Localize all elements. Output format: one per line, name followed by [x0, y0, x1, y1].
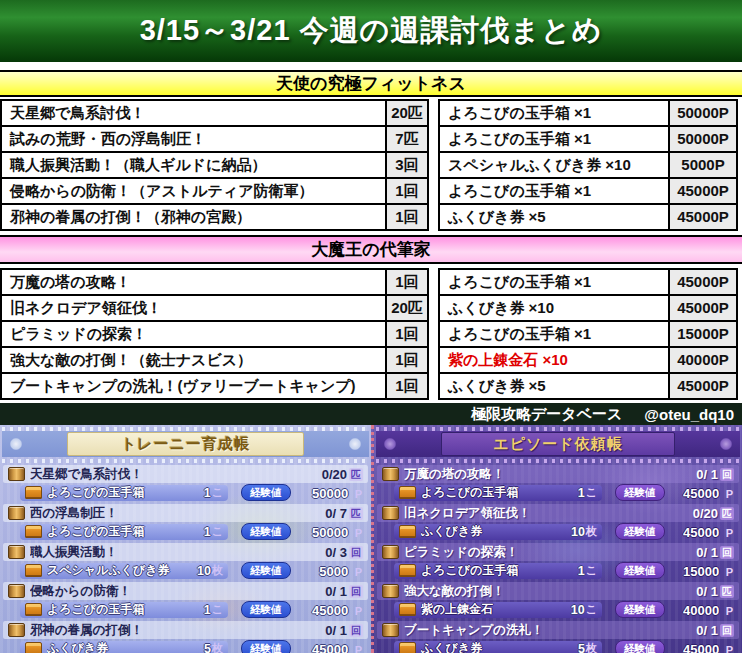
reward-cell: ふくびき券 ×10	[438, 294, 670, 322]
reward-quantity: 1	[578, 486, 585, 500]
panel-episode-book: エピソード依頼帳 万魔の塔の攻略！ 0/ 1 回 よろこびの玉手箱 1 こ 経験…	[371, 425, 742, 653]
reward-item-bar: よろこびの玉手箱 1 こ	[20, 602, 228, 618]
quest-progress: 0/ 1	[696, 545, 718, 560]
reward-points-unit: P	[726, 644, 733, 653]
exp-label-pill: 経験値	[241, 484, 291, 501]
reward-points: 45000 P	[312, 601, 362, 619]
panel-quest-reward-row: よろこびの玉手箱 1 こ 経験値 50000 P	[3, 522, 368, 541]
reward-quantity-unit: こ	[586, 602, 597, 617]
page-title: 3/15～3/21 今週の週課討伐まとめ	[140, 11, 603, 51]
reward-item-bar: ふくびき券 5 枚	[20, 641, 228, 653]
reward-points-number: 50000	[312, 486, 348, 501]
quest-scroll-icon	[382, 623, 399, 637]
panel-quest-name: 天星郷で鳥系討伐！	[30, 466, 322, 483]
reward-points-number: 45000	[683, 525, 719, 540]
reward-points: 45000 P	[683, 523, 733, 541]
table-gap	[429, 268, 438, 296]
section-banner-demon-scribe: 大魔王の代筆家	[0, 235, 742, 264]
reward-points: 50000 P	[312, 484, 362, 502]
quest-table-demon-scribe: 万魔の塔の攻略！ 1回 よろこびの玉手箱 ×1 45000P 旧ネクロデア領征伐…	[0, 268, 742, 400]
reward-cell: 紫の上錬金石 ×10	[438, 346, 670, 374]
quest-progress: 0/20	[322, 467, 347, 482]
reward-item-bar: よろこびの玉手箱 1 こ	[20, 524, 228, 540]
panel-trainee-book: トレーニー育成帳 天星郷で鳥系討伐！ 0/20 匹 よろこびの玉手箱 1 こ 経…	[0, 425, 371, 653]
points-cell: 5000P	[668, 151, 738, 179]
panel-quest-name: 邪神の眷属の打倒！	[30, 622, 325, 639]
panel-quest-entry: 邪神の眷属の打倒！ 0/ 1 回 ふくびき券 5 枚 経験値 45000 P	[3, 621, 368, 653]
quest-table-angel-fitness: 天星郷で鳥系討伐！ 20匹 よろこびの玉手箱 ×1 50000P 試みの荒野・西…	[0, 99, 742, 231]
quest-scroll-icon	[8, 467, 25, 481]
table-gap	[429, 294, 438, 322]
panel-quest-reward-row: ふくびき券 5 枚 経験値 45000 P	[377, 639, 739, 653]
treasure-chest-icon	[25, 603, 42, 616]
reward-item-name: ふくびき券	[47, 640, 204, 653]
table-gap	[429, 203, 438, 231]
reward-quantity-unit: こ	[212, 485, 223, 500]
reward-item-bar: 紫の上錬金石 10 こ	[394, 602, 602, 618]
reward-item-name: スペシャルふくびき券	[47, 562, 197, 579]
treasure-chest-icon	[25, 642, 42, 653]
panel-quest-title-row: 職人振興活動！ 0/ 3 回	[3, 543, 368, 561]
exp-label-pill: 経験値	[615, 562, 665, 579]
game-screenshot-panels: トレーニー育成帳 天星郷で鳥系討伐！ 0/20 匹 よろこびの玉手箱 1 こ 経…	[0, 425, 742, 653]
panel-banner: エピソード依頼帳	[376, 431, 740, 457]
quest-unit-badge: 回	[720, 468, 734, 481]
panel-quest-reward-row: よろこびの玉手箱 1 こ 経験値 15000 P	[377, 561, 739, 580]
reward-item-bar: よろこびの玉手箱 1 こ	[20, 485, 228, 501]
panel-quest-entry: ブートキャンプの洗礼！ 0/ 1 回 ふくびき券 5 枚 経験値 45000 P	[377, 621, 739, 653]
reward-item-name: よろこびの玉手箱	[47, 484, 204, 501]
quest-progress: 0/ 1	[696, 467, 718, 482]
exp-label-pill: 経験値	[241, 523, 291, 540]
reward-quantity: 5	[204, 642, 211, 653]
reward-points-unit: P	[726, 527, 733, 539]
summary-table-row: 職人振興活動！（職人ギルドに納品） 3回 スペシャルふくびき券 ×10 5000…	[0, 151, 742, 179]
quest-progress: 0/ 1	[696, 584, 718, 599]
reward-points-number: 5000	[319, 564, 348, 579]
reward-points-unit: P	[726, 605, 733, 617]
panel-quest-entry: 侵略からの防衛！ 0/ 1 回 よろこびの玉手箱 1 こ 経験値 45000 P	[3, 582, 368, 619]
reward-points-number: 15000	[683, 564, 719, 579]
reward-quantity: 1	[204, 525, 211, 539]
panel-quest-reward-row: よろこびの玉手箱 1 こ 経験値 45000 P	[3, 600, 368, 619]
quest-scroll-icon	[382, 545, 399, 559]
quest-progress: 0/ 7	[325, 506, 347, 521]
attribution-site: 極限攻略データベース	[471, 405, 622, 424]
reward-item-bar: よろこびの玉手箱 1 こ	[394, 485, 602, 501]
panel-quest-reward-row: よろこびの玉手箱 1 こ 経験値 50000 P	[3, 483, 368, 502]
reward-cell: よろこびの玉手箱 ×1	[438, 320, 670, 348]
quest-name-cell: ピラミッドの探索！	[0, 320, 387, 348]
quest-count-cell: 3回	[385, 151, 429, 179]
summary-table-row: 邪神の眷属の打倒！（邪神の宮殿） 1回 ふくびき券 ×5 45000P	[0, 203, 742, 231]
quest-list: 万魔の塔の攻略！ 0/ 1 回 よろこびの玉手箱 1 こ 経験値 45000 P…	[374, 465, 742, 653]
reward-quantity-unit: 枚	[212, 563, 223, 578]
reward-points-number: 50000	[312, 525, 348, 540]
quest-unit-badge: 匹	[349, 468, 363, 481]
quest-count-cell: 1回	[385, 320, 429, 348]
quest-progress: 0/ 1	[325, 584, 347, 599]
points-cell: 50000P	[668, 99, 738, 127]
reward-quantity-unit: 枚	[586, 524, 597, 539]
diamond-ornament-icon	[382, 436, 399, 453]
treasure-chest-icon	[399, 486, 416, 499]
treasure-chest-icon	[399, 642, 416, 653]
banner-trim-bottom	[2, 459, 369, 463]
panel-quest-title-row: ブートキャンプの洗礼！ 0/ 1 回	[377, 621, 739, 639]
summary-table-row: ブートキャンプの洗礼！(ヴァリーブートキャンプ) 1回 ふくびき券 ×5 450…	[0, 372, 742, 400]
reward-item-bar: スペシャルふくびき券 10 枚	[20, 563, 228, 579]
quest-unit-badge: 匹	[720, 507, 734, 520]
reward-item-bar: ふくびき券 10 枚	[394, 524, 602, 540]
table-gap	[429, 125, 438, 153]
reward-points: 45000 P	[312, 640, 362, 653]
exp-label-pill: 経験値	[615, 523, 665, 540]
treasure-chest-icon	[25, 564, 42, 577]
snowflake-ornament-icon	[347, 436, 364, 453]
panel-quest-reward-row: ふくびき券 5 枚 経験値 45000 P	[3, 639, 368, 653]
quest-name-cell: 天星郷で鳥系討伐！	[0, 99, 387, 127]
panel-quest-title-row: 侵略からの防衛！ 0/ 1 回	[3, 582, 368, 600]
panel-quest-title-row: 万魔の塔の攻略！ 0/ 1 回	[377, 465, 739, 483]
weekly-quest-summary-image: 3/15～3/21 今週の週課討伐まとめ 天使の究極フィットネス 天星郷で鳥系討…	[0, 0, 742, 653]
reward-item-name: よろこびの玉手箱	[47, 601, 204, 618]
summary-table-row: 万魔の塔の攻略！ 1回 よろこびの玉手箱 ×1 45000P	[0, 268, 742, 296]
quest-name-cell: 邪神の眷属の打倒！（邪神の宮殿）	[0, 203, 387, 231]
quest-scroll-icon	[8, 623, 25, 637]
